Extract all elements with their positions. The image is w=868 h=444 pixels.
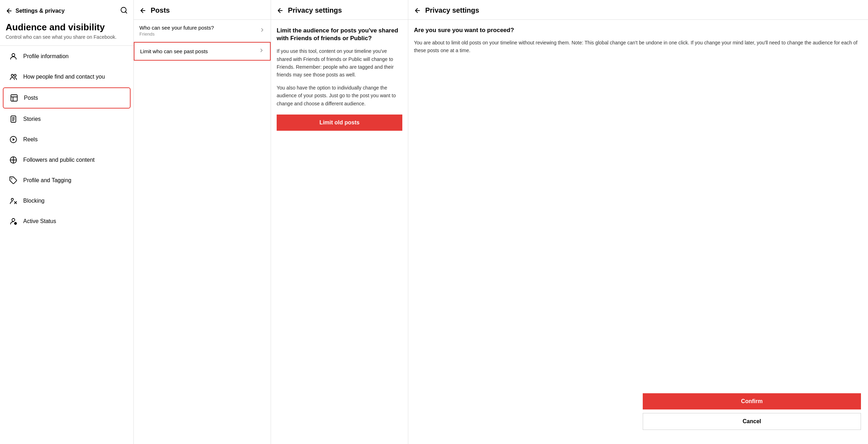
svg-point-3: [14, 74, 16, 76]
posts-item-subtitle-future-posts: Friends: [139, 31, 259, 37]
posts-item-main: Who can see your future posts?Friends: [139, 25, 259, 37]
posts-panel-title: Posts: [151, 6, 170, 14]
sidebar-header: Settings & privacy: [0, 0, 133, 19]
search-icon[interactable]: [120, 6, 128, 16]
sidebar-subtitle: Control who can see what you share on Fa…: [6, 34, 128, 40]
privacy-panel-content: Limit the audience for posts you've shar…: [271, 20, 408, 138]
sidebar-item-profile-info[interactable]: Profile information: [3, 47, 131, 66]
confirm-panel: Privacy settings Are you sure you want t…: [408, 0, 868, 444]
confirm-panel-header: Privacy settings: [408, 0, 868, 20]
privacy-panel: Privacy settings Limit the audience for …: [271, 0, 408, 444]
tag-icon: [8, 175, 18, 185]
posts-item-main: Limit who can see past posts: [140, 48, 259, 54]
privacy-main-title: Limit the audience for posts you've shar…: [277, 27, 402, 42]
sidebar-main-title: Audience and visibility: [6, 22, 128, 33]
confirm-question: Are you sure you want to proceed?: [414, 27, 862, 34]
sidebar-item-label-active-status: Active Status: [23, 218, 56, 224]
sidebar-item-active-status[interactable]: Active Status: [3, 211, 131, 231]
sidebar-item-label-profile-tagging: Profile and Tagging: [23, 177, 71, 184]
privacy-body-text-2: You also have the option to individually…: [277, 84, 402, 107]
confirm-back-icon: [414, 7, 421, 14]
svg-point-19: [12, 218, 15, 221]
sidebar-item-label-followers: Followers and public content: [23, 157, 95, 163]
sidebar-item-followers[interactable]: Followers and public content: [3, 150, 131, 170]
active-status-icon: [8, 216, 18, 226]
svg-point-2: [11, 74, 13, 76]
blocking-icon: [8, 196, 18, 206]
confirm-panel-title: Privacy settings: [425, 6, 479, 14]
sidebar-title-section: Audience and visibility Control who can …: [0, 19, 133, 45]
posts-icon: [9, 93, 19, 103]
posts-item-title-past-posts: Limit who can see past posts: [140, 48, 259, 54]
sidebar-item-posts[interactable]: Posts: [3, 87, 131, 109]
sidebar-item-label-find-contact: How people find and contact you: [23, 74, 105, 80]
privacy-back-button[interactable]: [277, 7, 284, 14]
confirm-panel-wrapper: Privacy settings Are you sure you want t…: [408, 0, 868, 444]
sidebar-item-label-posts: Posts: [24, 95, 38, 101]
posts-panel: Posts Who can see your future posts?Frie…: [134, 0, 271, 444]
sidebar-panel: Settings & privacy Audience and visibili…: [0, 0, 134, 444]
posts-item-chevron-past-posts: [259, 48, 264, 55]
person-circle-icon: [8, 51, 18, 61]
sidebar-item-reels[interactable]: Reels: [3, 130, 131, 149]
settings-back-button[interactable]: Settings & privacy: [6, 7, 65, 14]
privacy-body-text-1: If you use this tool, content on your ti…: [277, 47, 402, 79]
svg-point-16: [11, 198, 13, 201]
posts-list-item-future-posts[interactable]: Who can see your future posts?Friends: [134, 20, 271, 42]
sidebar-nav: Profile informationHow people find and c…: [0, 47, 133, 231]
privacy-panel-title: Privacy settings: [288, 6, 342, 14]
posts-item-chevron-future-posts: [259, 27, 265, 35]
svg-rect-4: [11, 95, 17, 101]
sidebar-item-label-profile-info: Profile information: [23, 53, 69, 60]
sidebar-item-blocking[interactable]: Blocking: [3, 191, 131, 211]
posts-panel-header: Posts: [134, 0, 271, 20]
followers-icon: [8, 155, 18, 165]
sidebar-item-profile-tagging[interactable]: Profile and Tagging: [3, 171, 131, 190]
confirm-panel-content: Are you sure you want to proceed? You ar…: [408, 20, 868, 62]
sidebar-divider: [0, 45, 133, 46]
reels-icon: [8, 135, 18, 144]
svg-marker-12: [13, 138, 15, 141]
posts-list: Who can see your future posts?FriendsLim…: [134, 20, 271, 61]
posts-list-item-past-posts[interactable]: Limit who can see past posts: [134, 42, 271, 61]
confirm-back-button[interactable]: [414, 7, 421, 14]
sidebar-back-label: Settings & privacy: [15, 8, 65, 14]
sidebar-item-find-contact[interactable]: How people find and contact you: [3, 67, 131, 87]
posts-back-button[interactable]: [139, 7, 146, 14]
privacy-panel-header: Privacy settings: [271, 0, 408, 20]
posts-back-icon: [139, 7, 146, 14]
svg-point-15: [11, 178, 12, 179]
sidebar-item-label-stories: Stories: [23, 116, 41, 122]
confirm-button[interactable]: Confirm: [643, 393, 861, 409]
sidebar-item-label-reels: Reels: [23, 136, 38, 143]
privacy-back-icon: [277, 7, 284, 14]
cancel-button[interactable]: Cancel: [643, 413, 861, 430]
confirm-buttons-area: Confirm Cancel: [643, 393, 861, 430]
sidebar-item-stories[interactable]: Stories: [3, 109, 131, 129]
back-arrow-icon: [6, 7, 13, 14]
people-icon: [8, 72, 18, 82]
posts-item-title-future-posts: Who can see your future posts?: [139, 25, 259, 31]
sidebar-item-label-blocking: Blocking: [23, 198, 44, 204]
confirm-body-text: You are about to limit old posts on your…: [414, 39, 862, 55]
limit-old-posts-button[interactable]: Limit old posts: [277, 115, 402, 131]
svg-point-1: [12, 54, 15, 56]
stories-icon: [8, 114, 18, 124]
